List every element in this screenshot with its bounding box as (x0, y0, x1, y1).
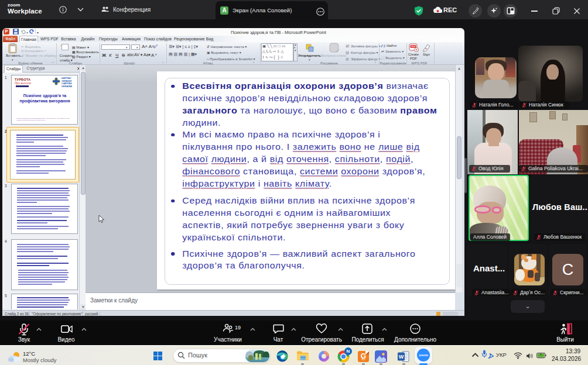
svg-text:PDF: PDF (411, 46, 415, 48)
svg-text:W: W (399, 354, 404, 360)
